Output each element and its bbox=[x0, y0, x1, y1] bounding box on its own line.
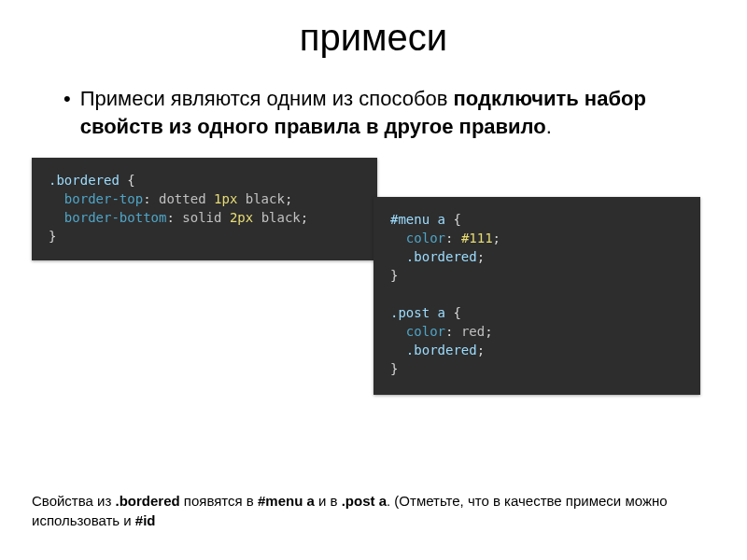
bullet-dot: • bbox=[63, 85, 71, 113]
slide-title: примеси bbox=[0, 0, 747, 85]
bullet-block: • Примеси являются одним из способов под… bbox=[0, 85, 747, 141]
code-block-bordered: .bordered { border-top: dotted 1px black… bbox=[32, 158, 377, 260]
bullet-text: Примеси являются одним из способов подкл… bbox=[80, 85, 710, 141]
code-area: .bordered { border-top: dotted 1px black… bbox=[0, 158, 747, 410]
code-block-usage: #menu a { color: #111; .bordered; } .pos… bbox=[374, 197, 700, 395]
footnote: Свойства из .bordered появятся в #menu a… bbox=[32, 491, 715, 530]
